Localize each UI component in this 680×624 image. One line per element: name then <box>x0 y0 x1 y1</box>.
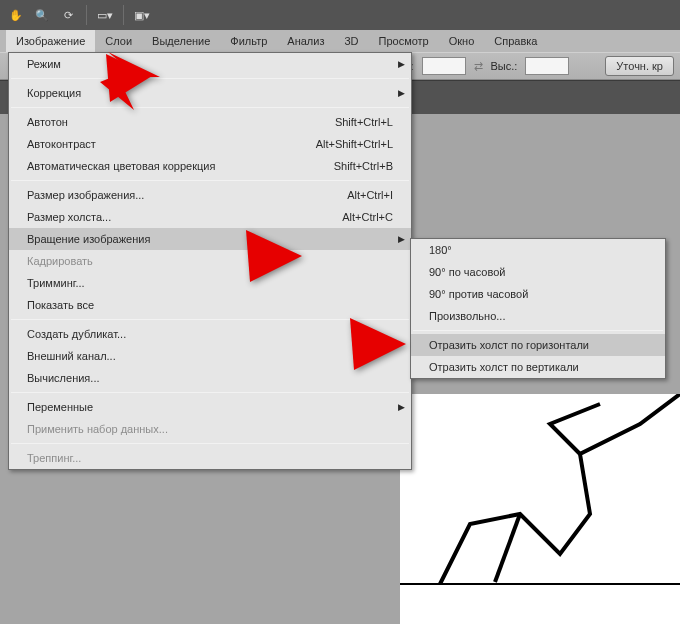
menu-separator <box>413 330 663 331</box>
menu-item-accel: Alt+Ctrl+C <box>342 211 393 223</box>
menu-item-apply-dataset: Применить набор данных... <box>9 418 411 440</box>
menu-item-label: Произвольно... <box>429 310 505 322</box>
menu-window[interactable]: Окно <box>439 30 485 52</box>
menu-item-label: Кадрировать <box>27 255 393 267</box>
menu-item-reveal-all[interactable]: Показать все <box>9 294 411 316</box>
submenu-arrow-icon: ▶ <box>398 402 405 412</box>
menu-separator <box>11 107 409 108</box>
menubar: Изображение Слои Выделение Фильтр Анализ… <box>0 30 680 52</box>
menu-item-label: 180° <box>429 244 452 256</box>
menu-filter[interactable]: Фильтр <box>220 30 277 52</box>
screen-mode-icon[interactable]: ▭▾ <box>93 3 117 27</box>
menu-item-label: Отразить холст по вертикали <box>429 361 579 373</box>
menu-item-image-size[interactable]: Размер изображения... Alt+Ctrl+I <box>9 184 411 206</box>
submenu-item-180[interactable]: 180° <box>411 239 665 261</box>
width-field[interactable] <box>422 57 466 75</box>
submenu-arrow-icon: ▶ <box>398 59 405 69</box>
menu-item-accel: Shift+Ctrl+B <box>334 160 393 172</box>
canvas-drawing <box>400 394 680 624</box>
menu-help[interactable]: Справка <box>484 30 547 52</box>
menu-item-label: Коррекция <box>27 87 393 99</box>
menu-item-label: Применить набор данных... <box>27 423 393 435</box>
menu-item-variables[interactable]: Переменные ▶ <box>9 396 411 418</box>
menu-item-label: 90° по часовой <box>429 266 505 278</box>
menu-3d[interactable]: 3D <box>334 30 368 52</box>
menu-item-label: Вычисления... <box>27 372 393 384</box>
menu-item-label: Вращение изображения <box>27 233 393 245</box>
menu-image-dropdown: Режим ▶ Коррекция ▶ Автотон Shift+Ctrl+L… <box>8 52 412 470</box>
submenu-item-flip-horizontal[interactable]: Отразить холст по горизонтали <box>411 334 665 356</box>
menu-view[interactable]: Просмотр <box>369 30 439 52</box>
svg-marker-2 <box>106 54 152 102</box>
menu-item-mode[interactable]: Режим ▶ <box>9 53 411 75</box>
menu-separator <box>11 443 409 444</box>
document-canvas[interactable] <box>400 394 680 624</box>
menu-item-autocontrast[interactable]: Автоконтраст Alt+Shift+Ctrl+L <box>9 133 411 155</box>
menu-item-label: Создать дубликат... <box>27 328 393 340</box>
rotate-view-icon[interactable]: ⟳ <box>56 3 80 27</box>
swap-icon[interactable]: ⇄ <box>474 60 483 73</box>
menu-image[interactable]: Изображение <box>6 30 95 52</box>
submenu-item-90ccw[interactable]: 90° против часовой <box>411 283 665 305</box>
menu-item-label: Размер холста... <box>27 211 342 223</box>
menu-item-label: Переменные <box>27 401 393 413</box>
hand-tool-icon[interactable]: ✋ <box>4 3 28 27</box>
menu-item-label: 90° против часовой <box>429 288 528 300</box>
menu-item-label: Автоматическая цветовая коррекция <box>27 160 334 172</box>
menu-select[interactable]: Выделение <box>142 30 220 52</box>
menu-separator <box>11 180 409 181</box>
menu-item-accel: Shift+Ctrl+L <box>335 116 393 128</box>
svg-marker-4 <box>350 318 406 370</box>
annotation-arrow-1 <box>100 52 160 112</box>
menu-item-canvas-size[interactable]: Размер холста... Alt+Ctrl+C <box>9 206 411 228</box>
menu-item-label: Показать все <box>27 299 393 311</box>
menu-item-image-rotation[interactable]: Вращение изображения ▶ <box>9 228 411 250</box>
menu-item-accel: Alt+Shift+Ctrl+L <box>316 138 393 150</box>
submenu-arrow-icon: ▶ <box>398 234 405 244</box>
menu-separator <box>11 78 409 79</box>
menu-item-label: Внешний канал... <box>27 350 393 362</box>
submenu-item-90cw[interactable]: 90° по часовой <box>411 261 665 283</box>
zoom-tool-icon[interactable]: 🔍 <box>30 3 54 27</box>
menu-item-label: Треппинг... <box>27 452 393 464</box>
menu-item-autotone[interactable]: Автотон Shift+Ctrl+L <box>9 111 411 133</box>
menu-item-label: Отразить холст по горизонтали <box>429 339 589 351</box>
height-label: Выс.: <box>491 60 518 72</box>
menu-item-accel: Alt+Ctrl+I <box>347 189 393 201</box>
menu-item-trim[interactable]: Тримминг... <box>9 272 411 294</box>
menu-item-label: Автотон <box>27 116 335 128</box>
annotation-arrow-2 <box>240 228 310 288</box>
menu-item-adjustments[interactable]: Коррекция ▶ <box>9 82 411 104</box>
menu-layers[interactable]: Слои <box>95 30 142 52</box>
menu-item-label: Тримминг... <box>27 277 393 289</box>
menu-item-label: Режим <box>27 58 393 70</box>
menu-item-crop: Кадрировать <box>9 250 411 272</box>
menu-item-label: Размер изображения... <box>27 189 347 201</box>
submenu-arrow-icon: ▶ <box>398 88 405 98</box>
toolbar-divider <box>86 5 87 25</box>
toolbar-divider <box>123 5 124 25</box>
submenu-image-rotation: 180° 90° по часовой 90° против часовой П… <box>410 238 666 379</box>
submenu-item-arbitrary[interactable]: Произвольно... <box>411 305 665 327</box>
menu-item-autocolor[interactable]: Автоматическая цветовая коррекция Shift+… <box>9 155 411 177</box>
menu-item-label: Автоконтраст <box>27 138 316 150</box>
svg-marker-3 <box>246 230 302 282</box>
annotation-arrow-3 <box>344 316 414 376</box>
top-icon-toolbar: ✋ 🔍 ⟳ ▭▾ ▣▾ <box>0 0 680 30</box>
menu-item-trap: Треппинг... <box>9 447 411 469</box>
refine-edge-button[interactable]: Уточн. кр <box>605 56 674 76</box>
arrange-icon[interactable]: ▣▾ <box>130 3 154 27</box>
submenu-item-flip-vertical[interactable]: Отразить холст по вертикали <box>411 356 665 378</box>
menu-analysis[interactable]: Анализ <box>277 30 334 52</box>
menu-separator <box>11 392 409 393</box>
height-field[interactable] <box>525 57 569 75</box>
